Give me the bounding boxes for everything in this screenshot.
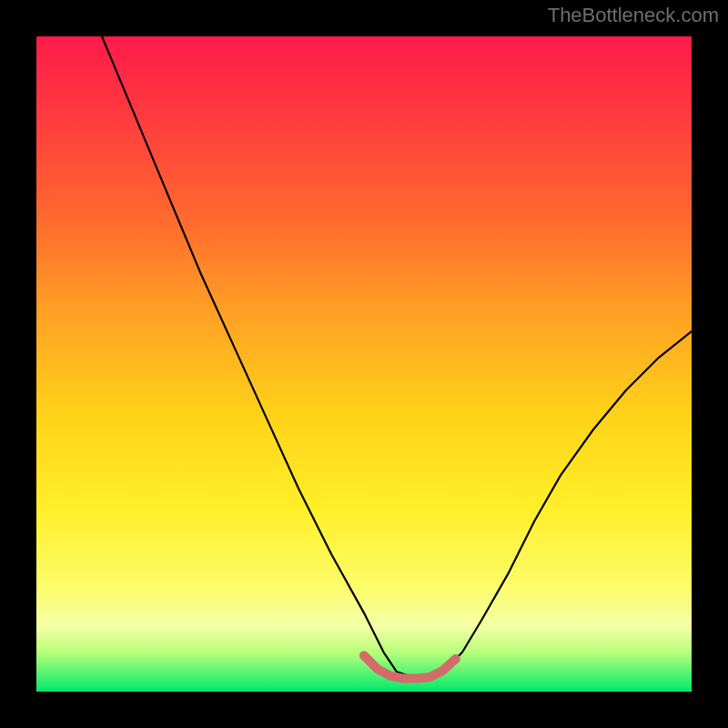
plot-area [36, 36, 692, 692]
curve-layer [36, 36, 692, 692]
bottleneck-curve [102, 36, 692, 679]
trough-highlight [364, 655, 456, 678]
watermark-text: TheBottleneck.com [548, 4, 719, 27]
chart-stage: TheBottleneck.com [0, 0, 728, 728]
